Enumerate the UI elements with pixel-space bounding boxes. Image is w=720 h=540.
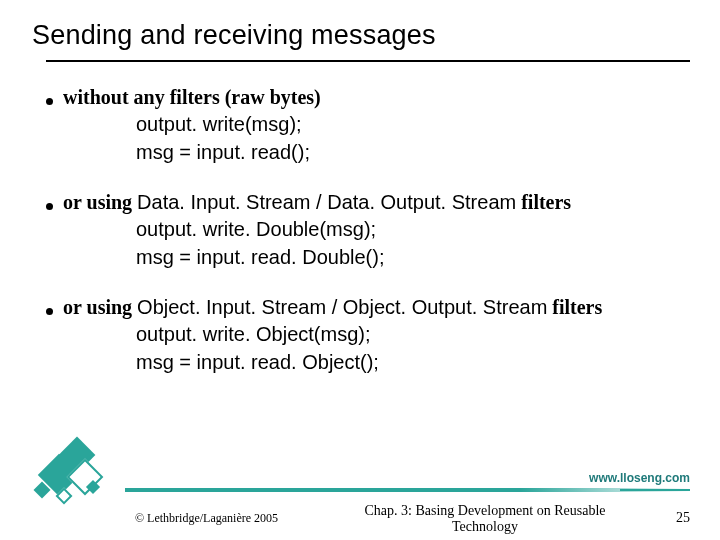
bullet-item: without any filters (raw bytes) xyxy=(46,86,690,109)
bullet-trail: filters xyxy=(516,191,571,213)
decorative-diamond-icon xyxy=(28,440,123,510)
code-line: output. write. Object(msg); xyxy=(136,321,690,347)
bullet-trail: filters xyxy=(547,296,602,318)
bullet-lead: or using xyxy=(63,191,137,213)
bullet-tech: Data. Input. Stream / Data. Output. Stre… xyxy=(137,191,516,213)
bullet-icon xyxy=(46,98,53,105)
code-line: msg = input. read. Object(); xyxy=(136,349,690,375)
page-number: 25 xyxy=(676,510,690,526)
slide-body: without any filters (raw bytes) output. … xyxy=(46,60,690,375)
bullet-tech: Object. Input. Stream / Object. Output. … xyxy=(137,296,547,318)
bullet-item: or using Object. Input. Stream / Object.… xyxy=(46,296,690,319)
bullet-lead: or using xyxy=(63,296,137,318)
bullet-text: without any filters (raw bytes) xyxy=(63,86,321,108)
bullet-item: or using Data. Input. Stream / Data. Out… xyxy=(46,191,690,214)
code-line: output. write(msg); xyxy=(136,111,690,137)
code-line: output. write. Double(msg); xyxy=(136,216,690,242)
footer-chapter: Chap. 3: Basing Development on Reusable … xyxy=(360,503,610,535)
footer-copyright: © Lethbridge/Laganière 2005 xyxy=(135,511,278,526)
code-line: msg = input. read(); xyxy=(136,139,690,165)
bullet-icon xyxy=(46,203,53,210)
bullet-icon xyxy=(46,308,53,315)
slide-title: Sending and receiving messages xyxy=(32,20,436,51)
code-line: msg = input. read. Double(); xyxy=(136,244,690,270)
footer-url: www.lloseng.com xyxy=(589,471,690,485)
footer-divider xyxy=(125,488,690,492)
